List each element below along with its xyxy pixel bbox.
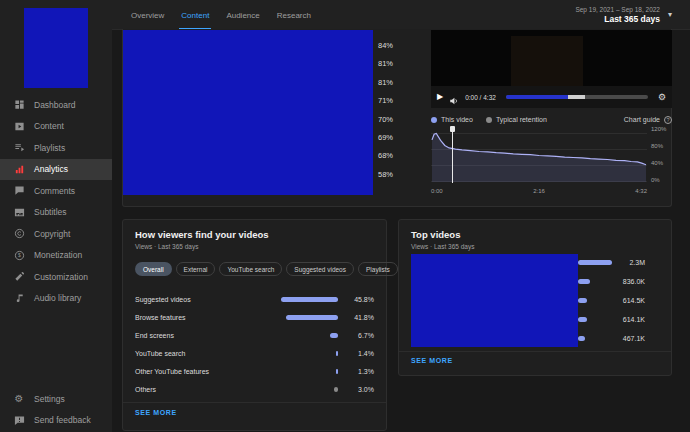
views-bar <box>578 317 587 322</box>
tab-audience[interactable]: Audience <box>224 0 261 30</box>
views-count: 467.1K <box>623 335 645 342</box>
video-thumbnail <box>511 36 583 86</box>
retention-x-axis: 0:00 2:16 4:32 <box>431 188 647 194</box>
legend-this-video[interactable]: This video <box>431 116 473 123</box>
y-axis-tick: 40% <box>651 160 666 166</box>
player-progress-bar[interactable] <box>506 95 648 99</box>
retention-percent-value: 70% <box>378 116 393 124</box>
player-settings-gear-icon[interactable]: ⚙ <box>658 93 666 102</box>
retention-percent-value: 71% <box>378 97 393 105</box>
retention-percent-value: 68% <box>378 152 393 160</box>
tab-overview[interactable]: Overview <box>129 0 166 30</box>
chip-overall[interactable]: Overall <box>135 262 172 276</box>
views-count: 836.0K <box>623 278 645 285</box>
play-button[interactable]: ▶ <box>437 93 443 101</box>
sidebar-item-audio-library[interactable]: Audio library <box>0 288 112 310</box>
tab-research[interactable]: Research <box>275 0 313 30</box>
chip-external[interactable]: External <box>176 262 216 276</box>
traffic-bar <box>334 387 338 392</box>
chart-guide[interactable]: Chart guide ? <box>624 116 672 124</box>
sidebar-footer-nav: ⚙ Settings Send feedback <box>0 388 112 431</box>
retention-percent-value: 58% <box>378 171 393 179</box>
traffic-bar <box>336 351 338 356</box>
chip-playlists[interactable]: Playlists <box>358 262 398 276</box>
y-axis-tick: 0% <box>651 177 666 183</box>
dashboard-icon <box>13 99 25 111</box>
redacted-channel-avatar <box>24 8 88 88</box>
playlists-icon <box>13 142 25 154</box>
chip-suggested-videos[interactable]: Suggested videos <box>286 262 354 276</box>
traffic-bar <box>330 333 338 338</box>
avg-percentage-viewed-column: 84% 81% 81% 71% 70% 69% 68% 58% <box>378 42 393 179</box>
traffic-row-browse-features: Browse features 41.8% <box>135 308 374 326</box>
sidebar-item-comments[interactable]: Comments <box>0 180 112 202</box>
redacted-video-titles <box>411 254 578 347</box>
sidebar-item-customization[interactable]: Customization <box>0 266 112 288</box>
content-icon <box>13 120 25 132</box>
retention-legend: This video Typical retention Chart guide… <box>431 113 672 126</box>
date-period-label: Last 365 days <box>575 14 660 24</box>
retention-explorer-card: 84% 81% 81% 71% 70% 69% 68% 58% <box>122 29 672 207</box>
subtitles-icon <box>13 206 25 218</box>
traffic-percent: 1.3% <box>344 368 374 375</box>
chart-guide-label: Chart guide <box>624 116 660 123</box>
x-axis-tick: 2:16 <box>533 188 545 194</box>
traffic-bar <box>286 315 338 320</box>
card-subtitle: Views · Last 365 days <box>135 243 198 250</box>
retention-line-chart[interactable] <box>431 129 647 183</box>
traffic-row-end-screens: End screens 6.7% <box>135 326 374 344</box>
traffic-percent: 45.8% <box>344 296 374 303</box>
customization-icon <box>13 271 25 283</box>
date-range-selector[interactable]: Sep 19, 2021 – Sep 18, 2022 Last 365 day… <box>575 0 672 30</box>
views-bar <box>578 298 587 303</box>
traffic-bar <box>281 297 338 302</box>
player-progress-buffer <box>568 95 585 99</box>
legend-dot-icon <box>431 117 437 123</box>
svg-text:$: $ <box>18 252 21 258</box>
traffic-sources-card: How viewers find your videos Views · Las… <box>122 219 387 431</box>
redacted-video-list <box>123 30 373 195</box>
youtube-studio-analytics: Dashboard Content Playlists Analytics <box>0 0 690 432</box>
sidebar-item-playlists[interactable]: Playlists <box>0 137 112 159</box>
see-more-link[interactable]: SEE MORE <box>135 409 177 416</box>
chip-youtube-search[interactable]: YouTube search <box>219 262 282 276</box>
monetization-icon: $ <box>13 249 25 261</box>
traffic-bar <box>336 369 338 374</box>
sidebar-item-analytics[interactable]: Analytics <box>0 159 112 181</box>
sidebar-item-send-feedback[interactable]: Send feedback <box>0 410 112 432</box>
analytics-topbar: Overview Content Audience Research Sep 1… <box>112 0 690 30</box>
comments-icon <box>13 185 25 197</box>
sidebar-item-settings[interactable]: ⚙ Settings <box>0 388 112 410</box>
chevron-down-icon: ▾ <box>668 11 672 19</box>
sidebar: Dashboard Content Playlists Analytics <box>0 0 112 432</box>
views-bar <box>578 260 612 265</box>
retention-percent-value: 84% <box>378 42 393 50</box>
help-icon: ? <box>664 116 672 124</box>
sidebar-item-subtitles[interactable]: Subtitles <box>0 202 112 224</box>
settings-icon: ⚙ <box>13 393 25 405</box>
see-more-link[interactable]: SEE MORE <box>411 357 453 364</box>
sidebar-item-dashboard[interactable]: Dashboard <box>0 94 112 116</box>
playhead-marker[interactable] <box>452 129 453 183</box>
views-count: 614.5K <box>623 297 645 304</box>
sidebar-item-monetization[interactable]: $ Monetization <box>0 245 112 267</box>
sidebar-nav: Dashboard Content Playlists Analytics <box>0 94 112 309</box>
views-count: 614.1K <box>623 316 645 323</box>
card-subtitle: Views · Last 365 days <box>411 243 474 250</box>
volume-icon[interactable] <box>449 92 459 102</box>
sidebar-item-content[interactable]: Content <box>0 116 112 138</box>
views-count: 2.3M <box>629 259 645 266</box>
retention-y-axis: 120% 80% 40% 0% <box>651 126 666 183</box>
feedback-icon <box>13 414 25 426</box>
legend-typical-retention[interactable]: Typical retention <box>486 116 547 123</box>
card-divider <box>123 402 386 403</box>
traffic-percent: 1.4% <box>344 350 374 357</box>
audio-library-icon <box>13 292 25 304</box>
traffic-row-youtube-search: YouTube search 1.4% <box>135 344 374 362</box>
sidebar-item-copyright[interactable]: Copyright <box>0 223 112 245</box>
tab-content[interactable]: Content <box>179 0 211 30</box>
views-bar <box>578 279 590 284</box>
card-title: Top videos <box>411 229 460 240</box>
video-player[interactable] <box>431 30 672 86</box>
retention-chart-svg <box>431 129 647 183</box>
